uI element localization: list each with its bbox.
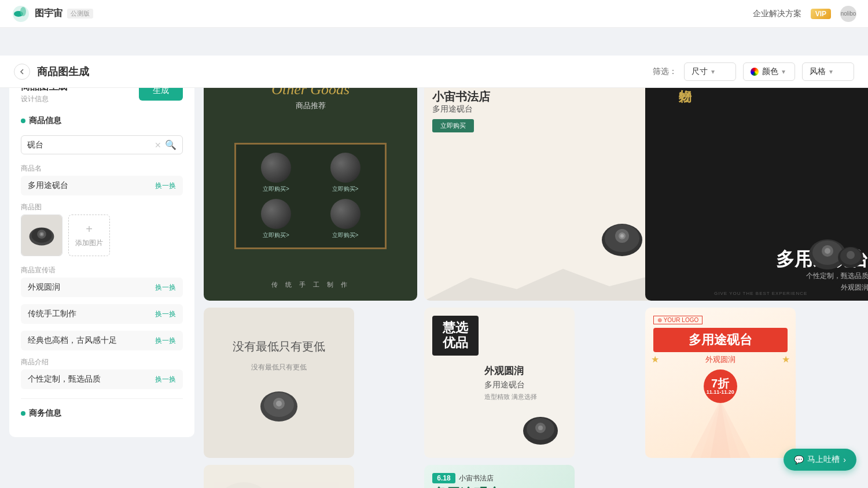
- product-desc-swap[interactable]: 换一换: [155, 375, 176, 385]
- card6-logo: ⊕ YOUR LOGO: [653, 316, 703, 324]
- card8-618-tag: 6.18: [432, 473, 455, 483]
- feedback-float-button[interactable]: 💬 马上吐槽 ›: [784, 449, 856, 471]
- feedback-label: 马上吐槽: [807, 454, 840, 465]
- card1-item4-label: 立即购买>: [332, 231, 359, 239]
- promo-slogan1-swap[interactable]: 换一换: [155, 283, 176, 293]
- card5-badge: 慧选 优品: [432, 316, 479, 356]
- search-clear-icon[interactable]: ✕: [155, 141, 161, 150]
- card7-product-image: [285, 482, 348, 488]
- back-button[interactable]: [14, 64, 30, 80]
- promo-slogan3-field: 经典也高档，古风感十足 换一换: [21, 331, 183, 350]
- svg-marker-14: [424, 269, 656, 301]
- product-desc-value: 个性定制，甄选品质: [28, 374, 101, 385]
- card8-product-image: [512, 476, 570, 488]
- svg-point-25: [276, 401, 282, 406]
- card4-product-image: [253, 380, 305, 427]
- product-name-value: 多用途砚台: [28, 180, 68, 191]
- product-thumbnail[interactable]: [21, 215, 62, 256]
- card5-sub: 多用途砚台: [484, 380, 567, 390]
- card2-buy-btn[interactable]: 立即购买: [432, 119, 474, 132]
- page-title: 商品图生成: [37, 65, 653, 79]
- style-chevron: ▾: [829, 68, 833, 76]
- feedback-arrow: ›: [843, 455, 846, 464]
- left-panel: 商品图生成 设计信息 生成 商品信息 ✕ 🔍 商品名 多用途砚台 换一换 商品图: [9, 69, 194, 437]
- card5-left: 慧选 优品: [432, 316, 479, 450]
- product-desc-value-row: 个性定制，甄选品质 换一换: [21, 369, 183, 389]
- card1-item-3: 立即购买>: [244, 199, 308, 239]
- promo-slogan1-value: 外观圆润: [28, 282, 60, 293]
- card6-sunburst: [645, 400, 796, 458]
- style-filter[interactable]: 风格 ▾: [802, 62, 854, 81]
- design-card-6[interactable]: ⊕ YOUR LOGO 多用途砚台 外观圆润 ★ ★ 7折 11.11-11.2…: [645, 308, 796, 458]
- promo-slogan2-field: 传统手工制作 换一换: [21, 304, 183, 324]
- card2-sub: 多用途砚台: [432, 104, 648, 114]
- design-card-7[interactable]: 外观圆润 经典也高档，古风感十足: [204, 465, 354, 488]
- product-image-label: 商品图: [21, 202, 183, 212]
- card5-title: 外观圆润: [484, 364, 567, 378]
- card4-sub-text: 没有最低只有更低: [251, 363, 307, 372]
- svg-point-36: [214, 482, 274, 488]
- design-card-4[interactable]: 没有最低只有更低 没有最低只有更低: [204, 308, 354, 458]
- promo-slogan2-value: 传统手工制作: [28, 309, 76, 319]
- card1-item3-label: 立即购买>: [263, 231, 289, 239]
- design-card-8[interactable]: 6.18 小宙书法店 多用途砚台 没有最低只有更低 外观圆润 传统手工制作 外观…: [424, 465, 575, 488]
- svg-point-29: [538, 426, 543, 430]
- design-card-3[interactable]: ⊕ YOUR LOGO 好物 多用途砚台 个性定制，甄选品质 外观圆润: [645, 69, 868, 301]
- card6-discount-circle: 7折 11.11-11.20: [704, 369, 737, 403]
- design-card-1[interactable]: Other Goods 商品推荐 立即购买> 立即购买> 立即购买>: [204, 69, 417, 301]
- card6-star-left: ★: [651, 354, 659, 365]
- add-image-label: 添加图片: [75, 238, 103, 248]
- user-avatar[interactable]: nolibo: [840, 6, 856, 22]
- beta-tag: 公测版: [67, 9, 93, 19]
- card8-store: 小宙书法店: [459, 474, 494, 483]
- product-name-swap[interactable]: 换一换: [155, 181, 176, 191]
- color-dot-icon: [751, 68, 759, 76]
- card1-item-2: 立即购买>: [314, 153, 377, 193]
- product-desc-label: 商品介绍: [21, 357, 183, 367]
- nav-right: 企业解决方案 VIP nolibo: [753, 6, 856, 22]
- card2-decoration: [424, 266, 656, 301]
- filter-label: 筛选：: [653, 66, 677, 77]
- product-image-field: 商品图 + 添加图片: [21, 202, 183, 256]
- divider: [21, 398, 183, 399]
- card5-right: 外观圆润 多用途砚台 造型精致 满意选择: [484, 316, 567, 450]
- promo-slogan1-label: 商品宣传语: [21, 265, 183, 275]
- promo-slogan2-swap[interactable]: 换一换: [155, 309, 176, 319]
- promo-slogan1-value-row: 外观圆润 换一换: [21, 278, 183, 297]
- search-icon[interactable]: 🔍: [165, 139, 176, 150]
- color-chevron: ▾: [782, 68, 785, 76]
- color-filter-label: 颜色: [762, 66, 778, 77]
- card6-star-right: ★: [782, 354, 790, 365]
- card1-item-1: 立即购买>: [244, 153, 308, 193]
- design-card-5[interactable]: 慧选 优品 外观圆润 多用途砚台 造型精致 满意选择: [424, 308, 575, 458]
- design-card-2[interactable]: ⊕ YOUR LOGO 小宙书法店 多用途砚台 立即购买: [424, 69, 656, 301]
- product-images-row: + 添加图片: [21, 215, 183, 256]
- promo-slogan3-swap[interactable]: 换一换: [155, 336, 176, 346]
- vip-badge[interactable]: VIP: [811, 9, 831, 19]
- card6-discount: 7折: [711, 378, 729, 389]
- svg-point-21: [847, 251, 855, 259]
- card2-product-image: [593, 208, 651, 266]
- svg-point-8: [41, 233, 43, 235]
- card5-detail: 造型精致 满意选择: [484, 393, 567, 401]
- card1-footer: 传 统 手 工 制 作: [271, 280, 350, 289]
- product-name-field: 商品名 多用途砚台 换一换: [21, 164, 183, 195]
- style-filter-label: 风格: [810, 66, 826, 77]
- color-filter[interactable]: 颜色 ▾: [743, 62, 795, 81]
- svg-point-2: [20, 7, 26, 16]
- size-filter-label: 尺寸: [692, 66, 708, 77]
- size-filter[interactable]: 尺寸 ▾: [684, 62, 736, 81]
- product-info-section: 商品信息: [21, 116, 183, 126]
- app-logo: [12, 5, 30, 23]
- promo-slogan2-value-row: 传统手工制作 换一换: [21, 304, 183, 324]
- sub-header: 商品图生成 筛选： 尺寸 ▾ 颜色 ▾ 风格 ▾: [0, 56, 868, 88]
- app-name: 图宇宙: [35, 8, 62, 20]
- search-input[interactable]: [27, 141, 155, 150]
- panel-subtitle: 设计信息: [21, 94, 67, 104]
- add-image-button[interactable]: + 添加图片: [68, 215, 110, 256]
- card1-item-4: 立即购买>: [314, 199, 377, 239]
- enterprise-link[interactable]: 企业解决方案: [753, 9, 801, 19]
- product-name-value-row: 多用途砚台 换一换: [21, 176, 183, 195]
- svg-point-13: [620, 234, 624, 238]
- search-box: ✕ 🔍: [21, 135, 183, 154]
